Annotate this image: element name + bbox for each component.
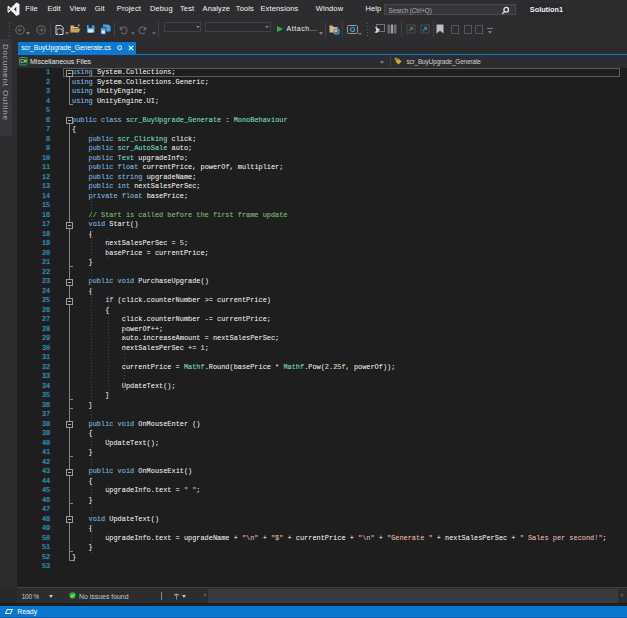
svg-text:C#: C# xyxy=(21,59,27,64)
